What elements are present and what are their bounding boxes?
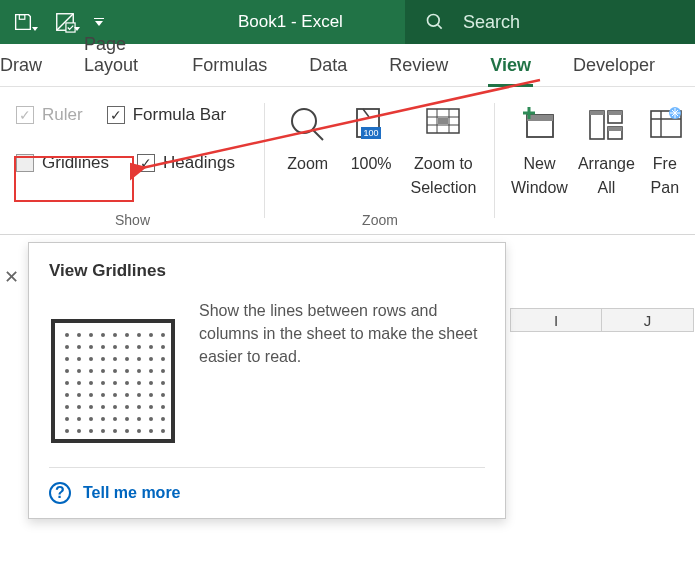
svg-point-72: [125, 393, 129, 397]
checkbox-icon: ✓: [107, 106, 125, 124]
freeze-panes-button[interactable]: Fre Pan: [645, 101, 685, 197]
arrange-all-button[interactable]: Arrange All: [578, 101, 635, 197]
svg-point-95: [77, 429, 81, 433]
checkbox-icon: ✓: [16, 106, 34, 124]
cancel-formula-button[interactable]: ✕: [0, 262, 23, 292]
zoom-100-button[interactable]: 100 100%: [344, 101, 397, 173]
svg-point-33: [89, 345, 93, 349]
group-show: ✓ Ruler ✓ Formula Bar Gridlines ✓ Headin…: [0, 87, 265, 234]
svg-point-86: [77, 417, 81, 421]
svg-point-22: [65, 333, 69, 337]
tooltip-view-gridlines: View Gridlines Show the lines be: [28, 242, 506, 519]
svg-point-50: [77, 369, 81, 373]
tab-page-layout[interactable]: Page Layout: [82, 24, 170, 86]
autosave-button[interactable]: [6, 7, 40, 37]
svg-point-54: [125, 369, 129, 373]
svg-point-51: [89, 369, 93, 373]
svg-point-55: [137, 369, 141, 373]
svg-point-74: [149, 393, 153, 397]
tooltip-title: View Gridlines: [49, 261, 485, 281]
svg-point-102: [161, 429, 165, 433]
svg-rect-21: [53, 321, 173, 441]
tab-draw[interactable]: Draw: [0, 45, 62, 86]
svg-point-34: [101, 345, 105, 349]
svg-point-100: [137, 429, 141, 433]
svg-point-39: [161, 345, 165, 349]
gridlines-label: Gridlines: [42, 153, 109, 173]
svg-point-32: [77, 345, 81, 349]
new-window-icon: [519, 105, 559, 145]
svg-point-89: [113, 417, 117, 421]
svg-text:100: 100: [364, 128, 379, 138]
svg-point-71: [113, 393, 117, 397]
svg-point-67: [65, 393, 69, 397]
group-zoom: Zoom 100 100% Zoom to Selection Zoom: [265, 87, 495, 234]
svg-point-101: [149, 429, 153, 433]
zoom-to-selection-icon: [423, 105, 463, 145]
svg-point-75: [161, 393, 165, 397]
svg-point-80: [113, 405, 117, 409]
formula-bar-checkbox[interactable]: ✓ Formula Bar: [107, 105, 227, 125]
ribbon-tabs: Draw Page Layout Formulas Data Review Vi…: [0, 44, 695, 87]
checkbox-icon: [16, 154, 34, 172]
column-header-j[interactable]: J: [602, 308, 694, 332]
svg-point-41: [77, 357, 81, 361]
svg-point-91: [137, 417, 141, 421]
zoom-to-selection-button[interactable]: Zoom to Selection: [408, 101, 479, 197]
svg-point-53: [113, 369, 117, 373]
autosave-icon: [12, 11, 34, 33]
svg-point-59: [77, 381, 81, 385]
svg-point-49: [65, 369, 69, 373]
svg-point-64: [137, 381, 141, 385]
svg-point-99: [125, 429, 129, 433]
freeze-panes-icon: [645, 105, 685, 145]
tell-me-more-link[interactable]: ? Tell me more: [49, 482, 485, 504]
tooltip-divider: [49, 467, 485, 468]
svg-point-79: [101, 405, 105, 409]
zoom-button[interactable]: Zoom: [281, 101, 334, 173]
tab-formulas[interactable]: Formulas: [190, 45, 287, 86]
ribbon-body: ✓ Ruler ✓ Formula Bar Gridlines ✓ Headin…: [0, 87, 695, 235]
svg-point-62: [113, 381, 117, 385]
svg-point-57: [161, 369, 165, 373]
new-window-button[interactable]: New Window: [511, 101, 568, 197]
zoom-label: Zoom: [287, 155, 328, 173]
tooltip-gridlines-icon: [49, 317, 177, 449]
svg-point-83: [149, 405, 153, 409]
customize-line-icon: [94, 18, 104, 19]
tab-view[interactable]: View: [488, 45, 551, 86]
gridlines-checkbox[interactable]: Gridlines: [16, 153, 109, 173]
svg-rect-0: [19, 15, 24, 20]
headings-checkbox[interactable]: ✓ Headings: [137, 153, 235, 173]
svg-point-63: [125, 381, 129, 385]
freeze-panes-label-2: Pan: [651, 179, 679, 197]
svg-point-61: [101, 381, 105, 385]
search-placeholder: Search: [463, 12, 520, 33]
search-bar[interactable]: Search: [405, 0, 695, 44]
tab-developer[interactable]: Developer: [571, 45, 675, 86]
new-window-label-2: Window: [511, 179, 568, 197]
checkbox-icon: ✓: [137, 154, 155, 172]
tab-review[interactable]: Review: [387, 45, 468, 86]
svg-point-65: [149, 381, 153, 385]
window-title: Book1 - Excel: [238, 12, 343, 32]
ruler-label: Ruler: [42, 105, 83, 125]
touch-mode-button[interactable]: [48, 7, 82, 37]
svg-point-28: [137, 333, 141, 337]
svg-point-48: [161, 357, 165, 361]
svg-point-82: [137, 405, 141, 409]
column-headers: I J: [510, 308, 694, 332]
svg-point-23: [77, 333, 81, 337]
group-label-show: Show: [16, 210, 249, 228]
svg-point-46: [137, 357, 141, 361]
svg-point-92: [149, 417, 153, 421]
tell-me-more-label: Tell me more: [83, 484, 181, 502]
svg-point-78: [89, 405, 93, 409]
tab-data[interactable]: Data: [307, 45, 367, 86]
svg-point-35: [113, 345, 117, 349]
svg-rect-16: [608, 111, 622, 115]
arrange-all-icon: [586, 105, 626, 145]
zoom-icon: [288, 105, 328, 145]
column-header-i[interactable]: I: [510, 308, 602, 332]
svg-point-84: [161, 405, 165, 409]
